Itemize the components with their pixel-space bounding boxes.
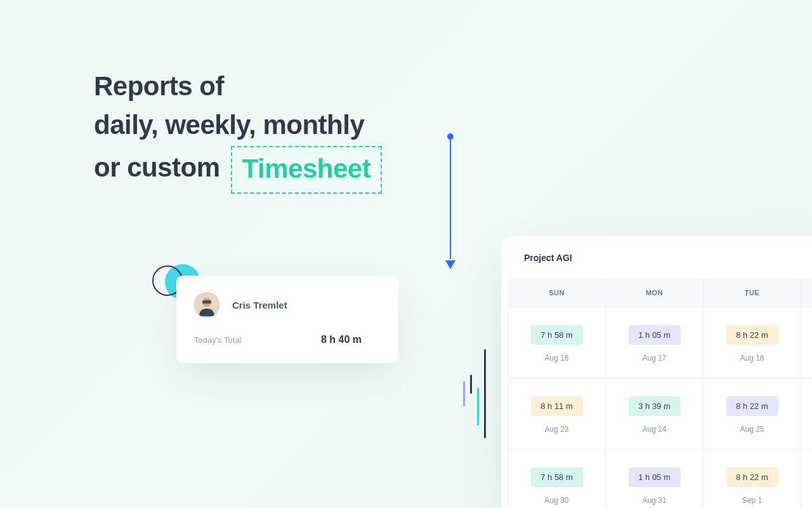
timesheet-row: 8 h 11 m Aug 23 3 h 39 m Aug 24 8 h 22 m…	[508, 378, 812, 450]
timesheet-row: 7 h 58 m Aug 30 1 h 05 m Aug 31 8 h 22 m…	[508, 450, 812, 508]
today-total-label: Today's Total	[194, 335, 242, 345]
mini-bar-icon	[470, 375, 472, 394]
headline-line-3: or custom Timesheet	[94, 145, 382, 192]
user-summary-card: Cris Tremlet Today's Total 8 h 40 m	[176, 276, 398, 363]
timesheet-panel: Project AGI SUN MON TUE 7 h 58 m Aug 16 …	[501, 236, 812, 508]
timesheet-cell[interactable]: 7 h 58 m Aug 30	[508, 450, 606, 508]
user-name: Cris Tremlet	[232, 300, 287, 311]
timesheet-cell[interactable]: 7 h 58 m Aug 16	[508, 307, 606, 378]
timesheet-cell[interactable]: 8 h 22 m Aug 25	[704, 378, 801, 449]
timesheet-cell[interactable]: 8 h 11 m Aug 23	[508, 378, 606, 449]
connector-arrow	[445, 133, 455, 269]
panel-title: Project AGI	[501, 236, 812, 278]
cell-date: Aug 24	[642, 425, 666, 434]
mini-bar-icon	[463, 381, 465, 406]
headline-line-1: Reports of	[94, 67, 382, 106]
duration-pill: 8 h 22 m	[726, 467, 778, 487]
timesheet-body: 7 h 58 m Aug 16 1 h 05 m Aug 17 8 h 22 m…	[508, 307, 812, 508]
headline-highlight: Timesheet	[231, 146, 383, 194]
cell-date: Aug 18	[740, 354, 764, 363]
duration-pill: 7 h 58 m	[531, 467, 583, 487]
cell-date: Aug 25	[740, 425, 764, 434]
col-header: TUE	[704, 279, 801, 307]
cell-date: Aug 17	[642, 354, 666, 363]
duration-pill: 8 h 22 m	[726, 396, 778, 416]
cell-date: Aug 16	[544, 354, 568, 363]
cell-date: Sep 1	[742, 496, 762, 505]
headline-line-3-prefix: or custom	[94, 152, 220, 182]
cell-date: Aug 31	[642, 496, 666, 505]
arrow-head-icon	[445, 260, 455, 269]
duration-pill: 7 h 58 m	[531, 325, 583, 345]
today-total-row: Today's Total 8 h 40 m	[194, 334, 381, 345]
mini-bar-icon	[484, 349, 486, 438]
svg-rect-2	[202, 300, 211, 304]
duration-pill: 8 h 11 m	[531, 396, 583, 416]
arrow-line-icon	[450, 138, 451, 259]
cell-date: Aug 30	[544, 496, 568, 505]
duration-pill: 3 h 39 m	[629, 396, 681, 416]
duration-pill: 1 h 05 m	[629, 467, 681, 487]
mini-bar-icon	[477, 387, 479, 425]
timesheet-cell[interactable]: 1 h 05 m Aug 31	[606, 450, 704, 508]
avatar	[194, 292, 219, 318]
cell-date: Aug 23	[544, 425, 568, 434]
timesheet-cell[interactable]: 8 h 22 m Sep 1	[704, 450, 801, 508]
timesheet-row: 7 h 58 m Aug 16 1 h 05 m Aug 17 8 h 22 m…	[508, 307, 812, 378]
timesheet-cell[interactable]: 3 h 39 m Aug 24	[606, 378, 704, 449]
mini-bar-chart-icon	[463, 337, 486, 438]
col-header: MON	[606, 279, 704, 307]
today-total-value: 8 h 40 m	[321, 334, 362, 345]
headline: Reports of daily, weekly, monthly or cus…	[94, 67, 382, 192]
col-header: SUN	[508, 279, 606, 307]
headline-line-2: daily, weekly, monthly	[94, 106, 382, 145]
timesheet-header-row: SUN MON TUE	[508, 278, 812, 307]
timesheet-cell[interactable]: 8 h 22 m Aug 18	[704, 307, 801, 378]
duration-pill: 8 h 22 m	[726, 325, 778, 345]
duration-pill: 1 h 05 m	[629, 325, 681, 345]
timesheet-cell[interactable]: 1 h 05 m Aug 17	[606, 307, 704, 378]
user-row: Cris Tremlet	[194, 292, 381, 318]
